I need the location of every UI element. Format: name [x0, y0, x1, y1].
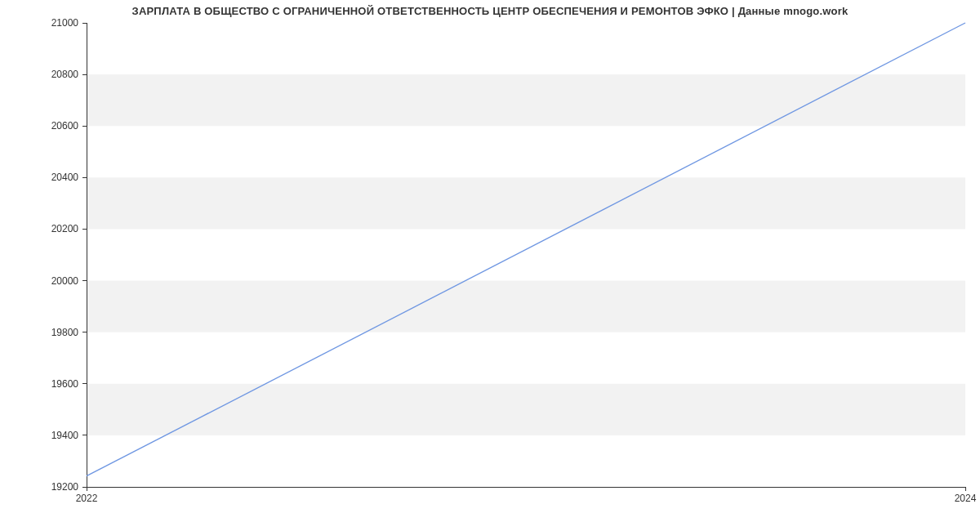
grid-band	[87, 74, 965, 126]
svg-text:19400: 19400	[51, 430, 79, 441]
x-tick-label: 2022	[76, 493, 98, 504]
svg-text:19200: 19200	[51, 481, 79, 493]
svg-text:20400: 20400	[51, 172, 79, 183]
y-tick-label: 20800	[51, 69, 79, 80]
grid-band	[87, 384, 965, 435]
x-tick-label: 2024	[955, 493, 977, 504]
chart-svg: 1920019400196001980020000202002040020600…	[0, 0, 980, 531]
y-tick-label: 20200	[51, 223, 79, 234]
svg-text:20200: 20200	[51, 223, 79, 234]
svg-text:19800: 19800	[51, 327, 79, 338]
grid-band	[87, 177, 965, 229]
svg-text:2024: 2024	[955, 493, 977, 504]
svg-text:20600: 20600	[51, 120, 79, 132]
svg-text:2022: 2022	[76, 493, 98, 504]
y-tick-label: 19600	[51, 378, 79, 390]
chart-title: ЗАРПЛАТА В ОБЩЕСТВО С ОГРАНИЧЕННОЙ ОТВЕТ…	[0, 5, 980, 17]
svg-text:21000: 21000	[51, 17, 79, 29]
chart-container: ЗАРПЛАТА В ОБЩЕСТВО С ОГРАНИЧЕННОЙ ОТВЕТ…	[0, 0, 980, 531]
y-tick-label: 20600	[51, 120, 79, 132]
y-tick-label: 20400	[51, 172, 79, 183]
y-tick-label: 20000	[51, 275, 79, 287]
y-tick-label: 19400	[51, 430, 79, 441]
grid-band	[87, 281, 965, 332]
svg-text:20800: 20800	[51, 69, 79, 80]
svg-text:19600: 19600	[51, 378, 79, 390]
y-tick-label: 21000	[51, 17, 79, 29]
svg-text:20000: 20000	[51, 275, 79, 287]
y-tick-label: 19200	[51, 481, 79, 493]
y-tick-label: 19800	[51, 327, 79, 338]
